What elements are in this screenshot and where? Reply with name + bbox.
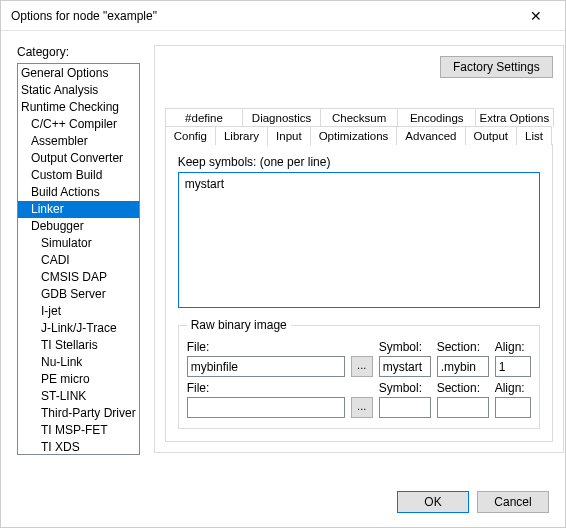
raw-align-label: Align: bbox=[495, 340, 531, 354]
close-button[interactable]: ✕ bbox=[515, 2, 557, 30]
raw-row-0: ... bbox=[187, 356, 531, 377]
raw-browse-button-1[interactable]: ... bbox=[351, 397, 373, 418]
options-column: Factory Settings #defineDiagnosticsCheck… bbox=[154, 45, 564, 473]
category-item[interactable]: General Options bbox=[18, 65, 139, 82]
category-item[interactable]: PE micro bbox=[18, 371, 139, 388]
ok-button[interactable]: OK bbox=[397, 491, 469, 513]
tab--define[interactable]: #define bbox=[165, 108, 244, 127]
tabs-row-2: ConfigLibraryInputOptimizationsAdvancedO… bbox=[165, 126, 553, 145]
window-title: Options for node "example" bbox=[11, 9, 515, 23]
category-column: Category: General OptionsStatic Analysis… bbox=[17, 45, 140, 473]
factory-row: Factory Settings bbox=[165, 56, 553, 78]
category-item[interactable]: J-Link/J-Trace bbox=[18, 320, 139, 337]
tab-extra-options[interactable]: Extra Options bbox=[475, 108, 554, 127]
tab-output[interactable]: Output bbox=[465, 126, 518, 145]
raw-browse-button-0[interactable]: ... bbox=[351, 356, 373, 377]
tab-content-input: Keep symbols: (one per line) Raw binary … bbox=[165, 144, 553, 442]
raw-symbol-label: Symbol: bbox=[379, 340, 431, 354]
options-panel: Factory Settings #defineDiagnosticsCheck… bbox=[154, 45, 564, 453]
tabs-row-1: #defineDiagnosticsChecksumEncodingsExtra… bbox=[165, 108, 553, 127]
factory-settings-button[interactable]: Factory Settings bbox=[440, 56, 553, 78]
raw-section-label: Section: bbox=[437, 340, 489, 354]
raw-binary-fieldset: Raw binary image File: Symbol: Section: … bbox=[178, 318, 540, 429]
raw-symbol-input-0[interactable] bbox=[379, 356, 431, 377]
raw-align-input-1[interactable] bbox=[495, 397, 531, 418]
raw-file-label-1: File: bbox=[187, 381, 345, 395]
category-item[interactable]: TI XDS bbox=[18, 439, 139, 455]
category-item[interactable]: C/C++ Compiler bbox=[18, 116, 139, 133]
category-item[interactable]: CMSIS DAP bbox=[18, 269, 139, 286]
category-item[interactable]: Simulator bbox=[18, 235, 139, 252]
category-item[interactable]: TI Stellaris bbox=[18, 337, 139, 354]
raw-align-input-0[interactable] bbox=[495, 356, 531, 377]
category-item[interactable]: Output Converter bbox=[18, 150, 139, 167]
category-item[interactable]: Static Analysis bbox=[18, 82, 139, 99]
category-item[interactable]: GDB Server bbox=[18, 286, 139, 303]
category-item[interactable]: I-jet bbox=[18, 303, 139, 320]
tab-advanced[interactable]: Advanced bbox=[396, 126, 465, 145]
tabs: #defineDiagnosticsChecksumEncodingsExtra… bbox=[165, 108, 553, 145]
raw-section-label-1: Section: bbox=[437, 381, 489, 395]
tab-encodings[interactable]: Encodings bbox=[397, 108, 476, 127]
raw-binary-legend: Raw binary image bbox=[187, 318, 291, 332]
raw-align-label-1: Align: bbox=[495, 381, 531, 395]
tab-optimizations[interactable]: Optimizations bbox=[310, 126, 398, 145]
category-item[interactable]: Nu-Link bbox=[18, 354, 139, 371]
category-item[interactable]: ST-LINK bbox=[18, 388, 139, 405]
category-item[interactable]: Custom Build bbox=[18, 167, 139, 184]
tab-diagnostics[interactable]: Diagnostics bbox=[242, 108, 321, 127]
category-item[interactable]: Debugger bbox=[18, 218, 139, 235]
raw-section-input-0[interactable] bbox=[437, 356, 489, 377]
raw-file-label: File: bbox=[187, 340, 345, 354]
dialog-body: Category: General OptionsStatic Analysis… bbox=[1, 31, 565, 487]
raw-file-input-0[interactable] bbox=[187, 356, 345, 377]
raw-row-1: ... bbox=[187, 397, 531, 418]
category-item[interactable]: Runtime Checking bbox=[18, 99, 139, 116]
tab-config[interactable]: Config bbox=[165, 126, 216, 145]
category-label: Category: bbox=[17, 45, 140, 59]
category-item[interactable]: Build Actions bbox=[18, 184, 139, 201]
dialog-footer: OK Cancel bbox=[1, 487, 565, 527]
tab-checksum[interactable]: Checksum bbox=[320, 108, 399, 127]
title-bar: Options for node "example" ✕ bbox=[1, 1, 565, 31]
keep-symbols-textarea[interactable] bbox=[178, 172, 540, 308]
tab-library[interactable]: Library bbox=[215, 126, 268, 145]
tab-input[interactable]: Input bbox=[267, 126, 311, 146]
raw-symbol-input-1[interactable] bbox=[379, 397, 431, 418]
raw-symbol-label-1: Symbol: bbox=[379, 381, 431, 395]
category-item[interactable]: Assembler bbox=[18, 133, 139, 150]
category-list[interactable]: General OptionsStatic AnalysisRuntime Ch… bbox=[17, 63, 140, 455]
cancel-button[interactable]: Cancel bbox=[477, 491, 549, 513]
category-item[interactable]: TI MSP-FET bbox=[18, 422, 139, 439]
tab-list[interactable]: List bbox=[516, 126, 552, 145]
category-item[interactable]: CADI bbox=[18, 252, 139, 269]
raw-header-row: File: Symbol: Section: Align: bbox=[187, 340, 531, 354]
keep-symbols-label: Keep symbols: (one per line) bbox=[178, 155, 540, 169]
category-item[interactable]: Linker bbox=[18, 201, 139, 218]
raw-file-input-1[interactable] bbox=[187, 397, 345, 418]
raw-section-input-1[interactable] bbox=[437, 397, 489, 418]
raw-header-row-1: File: Symbol: Section: Align: bbox=[187, 381, 531, 395]
category-item[interactable]: Third-Party Driver bbox=[18, 405, 139, 422]
